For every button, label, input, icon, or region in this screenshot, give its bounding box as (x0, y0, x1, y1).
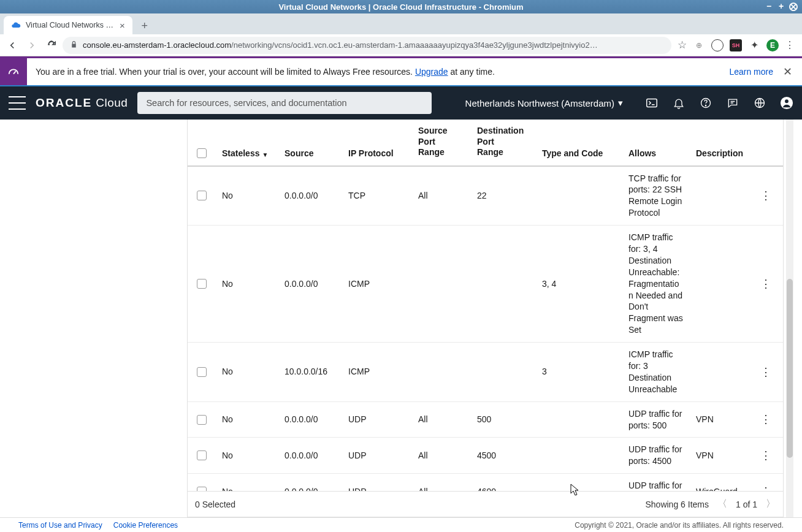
cell-tc: 3, 4 (536, 226, 622, 342)
page-footer: Terms of Use and Privacy Cookie Preferen… (0, 517, 802, 532)
cell-allows: ICMP traffic for: 3 Destination Unreacha… (622, 343, 690, 401)
tab-close-icon[interactable]: × (120, 20, 125, 31)
table-row: No0.0.0.0/0ICMP3, 4ICMP traffic for: 3, … (188, 226, 783, 343)
cell-ip: ICMP (342, 343, 412, 401)
learn-more-link[interactable]: Learn more (729, 67, 773, 77)
col-description[interactable]: Description (690, 120, 754, 165)
col-stateless[interactable]: Stateless▼ (216, 120, 278, 165)
upgrade-link[interactable]: Upgrade (415, 67, 448, 77)
col-type-code[interactable]: Type and Code (536, 120, 622, 165)
row-checkbox[interactable] (197, 487, 207, 491)
cell-ip: ICMP (342, 226, 412, 342)
table-footer: 0 Selected Showing 6 Items 〈 1 of 1 〉 (188, 491, 783, 517)
col-source-port-range[interactable]: SourcePortRange (412, 120, 471, 165)
cell-stateless: No (216, 474, 278, 491)
row-checkbox[interactable] (197, 191, 207, 200)
select-all-checkbox[interactable] (197, 148, 207, 158)
address-bar[interactable]: console.eu-amsterdam-1.oraclecloud.com/n… (63, 37, 671, 54)
copyright-text: Copyright © 2021, Oracle and/or its affi… (575, 521, 784, 530)
profile-icon[interactable] (780, 96, 793, 110)
reload-button[interactable] (43, 37, 60, 54)
cell-source: 0.0.0.0/0 (278, 167, 342, 226)
row-actions-menu[interactable]: ⋮ (760, 365, 771, 379)
cell-stateless: No (216, 402, 278, 438)
col-allows[interactable]: Allows (622, 120, 690, 165)
globe-icon[interactable] (753, 96, 766, 110)
row-actions-menu[interactable]: ⋮ (760, 412, 771, 427)
back-button[interactable] (4, 37, 21, 54)
extension-globe-icon[interactable]: ⊕ (693, 39, 705, 51)
star-icon[interactable]: ☆ (678, 39, 687, 51)
extension-circle-icon[interactable] (711, 39, 724, 51)
row-actions-menu[interactable]: ⋮ (760, 484, 771, 491)
trial-banner: You are in a free trial. When your trial… (0, 58, 802, 85)
cell-tc (536, 167, 622, 226)
url-text: console.eu-amsterdam-1.oraclecloud.com/n… (83, 40, 598, 50)
new-tab-button[interactable]: + (136, 17, 153, 34)
region-selector[interactable]: Netherlands Northwest (Amsterdam) ▾ (465, 97, 623, 108)
os-titlebar: Virtual Cloud Networks | Oracle Cloud In… (0, 0, 802, 13)
window-close-icon[interactable]: ⨂ (789, 1, 798, 11)
col-dest-port-range[interactable]: DestinationPortRange (471, 120, 536, 165)
cell-source: 0.0.0.0/0 (278, 438, 342, 473)
help-icon[interactable] (699, 96, 712, 110)
banner-close-icon[interactable]: ✕ (783, 65, 792, 78)
window-maximize-icon[interactable]: + (776, 1, 786, 11)
next-page-button[interactable]: 〉 (766, 498, 776, 511)
tab-title: Virtual Cloud Networks | Orac (26, 21, 115, 29)
chat-icon[interactable] (726, 96, 739, 110)
svg-point-5 (785, 99, 789, 103)
search-input[interactable] (137, 92, 432, 114)
nav-menu-button[interactable] (9, 96, 26, 110)
row-checkbox[interactable] (197, 279, 207, 289)
cell-tc: 3 (536, 343, 622, 401)
cell-ip: TCP (342, 167, 412, 226)
scroll-thumb[interactable] (787, 279, 793, 458)
cell-spr: All (412, 402, 471, 438)
cell-spr (412, 343, 471, 401)
cell-spr: All (412, 167, 471, 226)
extensions-puzzle-icon[interactable]: ✦ (748, 39, 760, 51)
col-source[interactable]: Source (278, 120, 342, 165)
cell-allows: TCP traffic for ports: 22 SSH Remote Log… (622, 167, 690, 226)
oracle-cloud-logo[interactable]: ORACLE Cloud (36, 96, 128, 110)
cell-allows: UDP traffic for ports: 500 (622, 402, 690, 438)
cookie-prefs-link[interactable]: Cookie Preferences (113, 521, 178, 530)
showing-count: Showing 6 Items (645, 500, 709, 509)
cell-dpr: 500 (471, 402, 536, 438)
prev-page-button[interactable]: 〈 (717, 498, 727, 511)
cell-desc: VPN (690, 402, 754, 438)
row-checkbox[interactable] (197, 415, 207, 425)
cell-tc (536, 474, 622, 491)
extension-e-icon[interactable]: E (766, 39, 779, 51)
cell-stateless: No (216, 438, 278, 473)
browser-tab[interactable]: Virtual Cloud Networks | Orac × (4, 16, 132, 34)
row-actions-menu[interactable]: ⋮ (760, 448, 771, 463)
forward-button[interactable] (23, 37, 40, 54)
browser-toolbar: console.eu-amsterdam-1.oraclecloud.com/n… (0, 34, 802, 56)
oc-header: ORACLE Cloud Netherlands Northwest (Amst… (0, 85, 802, 120)
cell-ip: UDP (342, 474, 412, 491)
chevron-down-icon: ▾ (618, 97, 623, 108)
browser-menu-icon[interactable]: ⋮ (785, 39, 795, 51)
cell-dpr: 4600 (471, 474, 536, 491)
cell-stateless: No (216, 226, 278, 342)
row-actions-menu[interactable]: ⋮ (760, 276, 771, 291)
bell-icon[interactable] (672, 96, 686, 110)
row-checkbox[interactable] (197, 450, 207, 460)
terms-link[interactable]: Terms of Use and Privacy (18, 521, 102, 530)
cell-source: 0.0.0.0/0 (278, 402, 342, 438)
row-checkbox[interactable] (197, 367, 207, 377)
window-title: Virtual Cloud Networks | Oracle Cloud In… (278, 2, 523, 12)
col-ip-protocol[interactable]: IP Protocol (342, 120, 412, 165)
window-minimize-icon[interactable]: − (764, 1, 774, 11)
svg-point-2 (705, 105, 706, 106)
cell-ip: UDP (342, 402, 412, 438)
cloud-shell-icon[interactable] (645, 96, 659, 110)
scrollbar[interactable] (786, 120, 793, 517)
cell-allows: ICMP traffic for: 3, 4 Destination Unrea… (622, 226, 690, 342)
selected-count: 0 Selected (195, 500, 235, 509)
extension-badge-icon[interactable]: SH (730, 39, 742, 51)
row-actions-menu[interactable]: ⋮ (760, 188, 771, 203)
cell-stateless: No (216, 343, 278, 401)
